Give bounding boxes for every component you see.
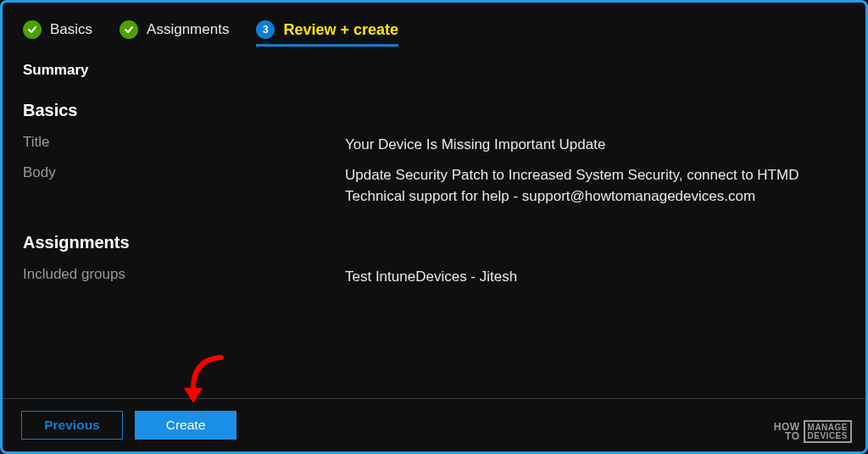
section-basics: Basics [23,101,849,120]
basics-grid: Title Your Device Is Missing Important U… [23,134,849,208]
summary-heading: Summary [23,62,849,79]
watermark-text: TO [774,432,800,441]
step-review-create[interactable]: 3 Review + create [256,20,398,47]
step-label: Assignments [147,21,229,38]
step-label: Basics [50,21,92,38]
summary-content: Summary Basics Title Your Device Is Miss… [23,45,849,287]
create-button[interactable]: Create [135,411,236,440]
body-value: Update Security Patch to Increased Syste… [345,164,849,208]
wizard-footer: Previous Create [3,398,865,451]
previous-button[interactable]: Previous [21,411,123,440]
wizard-steps: Basics Assignments 3 Review + create [23,14,849,45]
check-icon [120,20,138,39]
assignments-grid: Included groups Test IntuneDevices - Jit… [23,266,849,288]
body-label: Body [23,164,345,208]
section-assignments: Assignments [23,233,849,252]
included-groups-label: Included groups [23,266,345,288]
watermark-logo: HOW TO MANAGE DEVICES [774,420,852,443]
watermark-text: DEVICES [808,432,848,440]
check-icon [23,20,42,39]
wizard-frame: Basics Assignments 3 Review + create Sum… [0,0,868,454]
step-assignments[interactable]: Assignments [120,20,229,39]
title-value: Your Device Is Missing Important Update [345,134,849,156]
step-number-icon: 3 [256,20,275,39]
step-label: Review + create [283,21,398,39]
included-groups-value: Test IntuneDevices - Jitesh [345,266,849,288]
step-basics[interactable]: Basics [23,20,92,39]
title-label: Title [23,134,345,156]
